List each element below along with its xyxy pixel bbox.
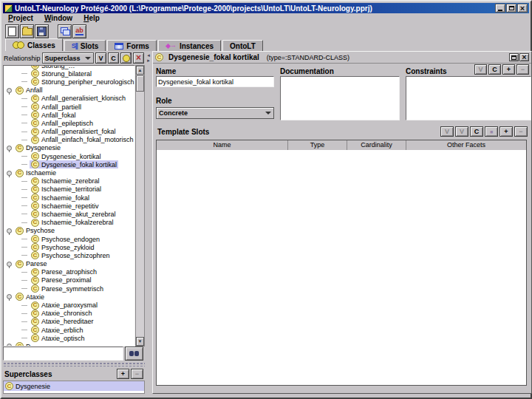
tree-item[interactable]: CDysgenesie_kortikal: [4, 152, 134, 160]
text-tool-button[interactable]: [72, 24, 86, 38]
tree-item[interactable]: CStörung_peripher_neurologisch: [4, 78, 134, 86]
close-panel-button[interactable]: [519, 53, 529, 61]
class-name-input[interactable]: [156, 76, 274, 87]
new-file-icon: [8, 27, 16, 36]
tree-item[interactable]: CIschaemie_repetitiv: [4, 202, 134, 210]
find-class-button[interactable]: [125, 347, 143, 361]
tab-forms[interactable]: Forms: [107, 40, 157, 51]
role-dropdown[interactable]: Concrete: [156, 107, 274, 119]
tree-item[interactable]: CPsychose_zykloid: [4, 243, 134, 251]
tree-item[interactable]: CParese: [4, 260, 134, 268]
tree-item[interactable]: CIschaemie: [4, 168, 134, 177]
tab-label: OntoLT: [230, 42, 256, 50]
view-class-button[interactable]: V: [95, 52, 106, 64]
text-tool-icon: [75, 27, 83, 35]
tab-slots[interactable]: Slots: [64, 40, 106, 51]
tree-item-label: Anfall: [26, 86, 43, 94]
relationship-dropdown[interactable]: Superclass: [42, 52, 94, 64]
chevron-down-icon: [85, 57, 91, 60]
tree-item[interactable]: CAnfall_generalisiert_klonisch: [4, 95, 134, 103]
tree-item[interactable]: CPsychose_endogen: [4, 235, 134, 243]
tab-instances[interactable]: Instances: [158, 40, 221, 51]
remove-slot-button[interactable]: −: [514, 126, 528, 137]
role-dropdown-value: Concrete: [159, 109, 188, 117]
detach-slot-button[interactable]: [485, 126, 498, 137]
open-project-button[interactable]: [20, 24, 34, 38]
tree-line: [21, 181, 27, 182]
collapse-left-icon[interactable]: ◂: [147, 52, 150, 58]
tree-item[interactable]: CIschaemie_akut_zerebral: [4, 210, 134, 218]
tree-expander-icon[interactable]: [7, 146, 12, 151]
tree-item[interactable]: CAnfall: [4, 86, 134, 95]
tab-ontolt[interactable]: OntoLT: [222, 40, 263, 51]
menu-project[interactable]: Project: [8, 14, 33, 22]
close-button[interactable]: [517, 4, 528, 13]
view-slot-at-class-button[interactable]: V: [455, 126, 468, 137]
tree-item[interactable]: CParese_symmetrisch: [4, 284, 134, 293]
save-project-button[interactable]: [35, 24, 49, 38]
scroll-thumb[interactable]: [136, 75, 144, 92]
create-class-button[interactable]: C: [108, 52, 119, 64]
tree-item[interactable]: CIschaemie_zerebral: [4, 177, 134, 185]
tree-item[interactable]: CAtaxie_chronisch: [4, 310, 134, 318]
tree-item[interactable]: CStörung_bilateral: [4, 69, 134, 78]
tree-item[interactable]: CAnfall_epileptisch: [4, 119, 134, 127]
tree-expander-icon[interactable]: [7, 228, 12, 233]
tree-item[interactable]: CPsychose: [4, 227, 134, 235]
class-search-input[interactable]: [3, 347, 123, 361]
class-icon: C: [31, 119, 39, 127]
tree-item[interactable]: CAtaxie: [4, 293, 134, 301]
tree-item-label: Psychose_endogen: [41, 236, 100, 243]
add-slot-button[interactable]: +: [499, 126, 513, 137]
horizontal-splitter[interactable]: [3, 362, 145, 366]
remove-constraint-button[interactable]: −: [516, 64, 529, 75]
add-superclass-button[interactable]: +: [117, 369, 129, 379]
create-constraint-button[interactable]: C: [488, 64, 501, 75]
tree-vertical-scrollbar[interactable]: ▲ ▼: [135, 65, 145, 347]
tree-expander-icon[interactable]: [7, 294, 12, 299]
cascade-windows-button[interactable]: [58, 24, 72, 38]
create-slot-button[interactable]: C: [470, 126, 483, 137]
tree-item[interactable]: CAnfall_partiell: [4, 103, 134, 111]
tree-item[interactable]: CAnfall_generalisiert_fokal: [4, 128, 134, 136]
tree-item[interactable]: CDysgenesie: [4, 144, 134, 152]
expand-right-icon[interactable]: ▸: [147, 58, 150, 63]
tree-item[interactable]: CParese_proximal: [4, 276, 134, 284]
tree-item[interactable]: CAtaxie_erblich: [4, 326, 134, 334]
minimize-button[interactable]: [495, 4, 505, 13]
tree-expander-icon[interactable]: [7, 262, 12, 267]
tree-item[interactable]: CIschaemie_territorial: [4, 185, 134, 194]
maximize-panel-button[interactable]: [509, 53, 519, 61]
superclass-item[interactable]: CDysgenesie: [4, 381, 144, 391]
create-subclass-button[interactable]: [120, 52, 132, 64]
remove-superclass-button[interactable]: −: [131, 369, 143, 379]
tree-item[interactable]: CAtaxie_optisch: [4, 334, 134, 342]
tree-item[interactable]: CAnfall_fokal: [4, 111, 134, 119]
tree-expander-icon[interactable]: [7, 171, 12, 176]
menu-help[interactable]: Help: [83, 14, 100, 22]
documentation-field[interactable]: [280, 76, 400, 120]
tree-item[interactable]: CDysgenesie_fokal kortikal: [4, 160, 134, 168]
tree-item[interactable]: CIschaemie_fokal: [4, 194, 134, 202]
constraints-field[interactable]: [406, 76, 531, 120]
vertical-splitter[interactable]: ◂ ▸: [145, 51, 152, 394]
scroll-down-button[interactable]: ▼: [136, 337, 144, 346]
view-constraint-button[interactable]: V: [474, 64, 487, 75]
add-constraint-button[interactable]: +: [502, 64, 515, 75]
tree-item-label: Parese_symmetrisch: [41, 285, 103, 293]
tree-item[interactable]: CAtaxie_hereditaer: [4, 318, 134, 326]
tab-classes[interactable]: Classes: [5, 38, 63, 51]
new-project-button[interactable]: [5, 24, 19, 38]
class-icon: C: [31, 202, 39, 210]
delete-class-button[interactable]: [133, 52, 144, 64]
scroll-up-button[interactable]: ▲: [136, 66, 144, 75]
tree-item[interactable]: CPsychose_schizophren: [4, 251, 134, 259]
tree-item[interactable]: CAnfall_einfach_fokal_motorisch: [4, 136, 134, 144]
tree-item[interactable]: CAtaxie_paroxysmal: [4, 301, 134, 309]
tree-item[interactable]: CParese_atrophisch: [4, 268, 134, 276]
restore-button[interactable]: [506, 4, 516, 13]
tree-item[interactable]: CIschaemie_fokalzerebral: [4, 219, 134, 227]
menu-window[interactable]: Window: [44, 14, 72, 22]
view-slot-button[interactable]: V: [440, 126, 454, 137]
tree-expander-icon[interactable]: [7, 88, 12, 93]
